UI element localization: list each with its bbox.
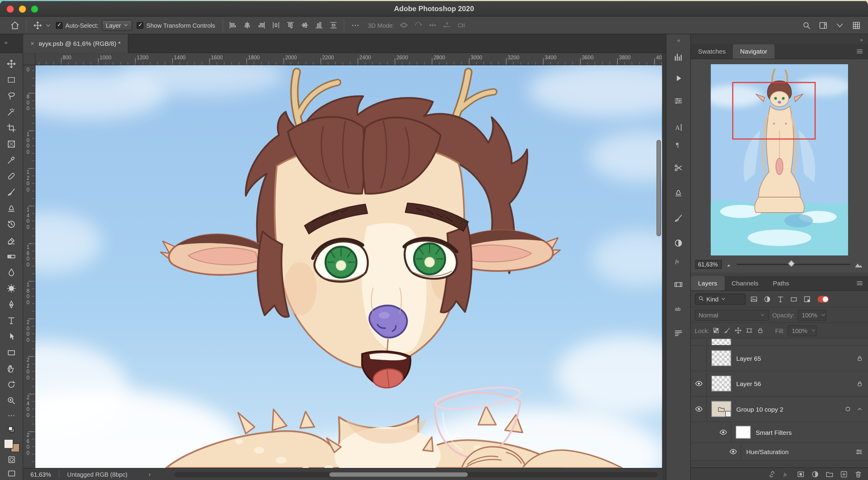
document-tab[interactable]: × вуук.psb @ 61,6% (RGB/8) * <box>23 34 128 53</box>
navigator-zoom-slider[interactable] <box>737 264 850 265</box>
layer-filter-toggle[interactable] <box>818 296 829 302</box>
quick-mask-button[interactable] <box>4 453 19 467</box>
distribute-v-icon[interactable] <box>328 19 340 31</box>
zoom-in-mountain-icon[interactable] <box>854 260 864 269</box>
layer-style-fx-icon[interactable]: fx <box>782 470 790 478</box>
collapse-group-icon[interactable] <box>856 406 863 412</box>
search-icon[interactable] <box>801 19 812 31</box>
layer-name[interactable]: Layer 56 <box>736 380 761 387</box>
layer-styles-fx-panel-icon[interactable]: fx <box>666 256 690 266</box>
align-bottom-icon[interactable] <box>313 19 325 31</box>
opacity-field[interactable]: 100% <box>798 310 827 321</box>
filter-adjustment-icon[interactable] <box>761 293 773 304</box>
document-canvas[interactable] <box>36 65 662 468</box>
default-colors-icon[interactable] <box>4 422 19 436</box>
lock-pixels-icon[interactable] <box>724 327 731 334</box>
layer-name[interactable]: Hue/Saturation <box>746 448 789 455</box>
add-mask-icon[interactable] <box>797 470 805 478</box>
workspace-switcher-icon[interactable] <box>817 19 829 31</box>
blend-mode-dropdown[interactable]: Normal <box>695 310 769 321</box>
3d-roll-icon[interactable] <box>412 19 424 31</box>
layer-visibility-toggle[interactable] <box>691 346 707 371</box>
home-button[interactable] <box>8 19 22 32</box>
more-options-button[interactable] <box>348 19 362 32</box>
paragraph-panel-panel-icon[interactable]: ¶ <box>666 140 690 149</box>
lasso-tool[interactable] <box>4 88 19 104</box>
link-layers-icon[interactable] <box>768 470 776 478</box>
tool-preset-caret-icon[interactable] <box>45 19 52 32</box>
tab-navigator[interactable]: Navigator <box>733 44 775 59</box>
panel-menu-icon[interactable] <box>856 279 864 289</box>
layer-name[interactable]: Smart Filters <box>755 429 792 436</box>
histogram-panel-icon[interactable] <box>666 53 690 62</box>
layer-row[interactable]: Smart Filters <box>691 422 868 443</box>
align-center-h-icon[interactable] <box>241 19 253 31</box>
crop-tool[interactable] <box>4 120 19 136</box>
adjustments-panel-icon[interactable] <box>666 239 690 248</box>
rotate-view-tool[interactable] <box>4 377 19 393</box>
navigator-thumbnail[interactable] <box>710 64 849 256</box>
workspace-grid-icon[interactable] <box>850 19 862 31</box>
brush-settings-panel-icon[interactable] <box>666 213 690 223</box>
eraser-tool[interactable] <box>4 232 19 248</box>
layer-name[interactable]: Layer 65 <box>736 355 761 362</box>
zoom-out-mountain-icon[interactable] <box>726 261 733 268</box>
toolbar-collapse-icon[interactable]: » <box>4 39 7 45</box>
timeline-panel-icon[interactable] <box>666 280 690 289</box>
rectangle-tool[interactable] <box>4 344 19 361</box>
properties-sliders-panel-icon[interactable] <box>666 96 690 106</box>
eyedropper-tool[interactable] <box>4 152 19 168</box>
tab-channels[interactable]: Channels <box>724 276 766 290</box>
auto-select-checkbox[interactable] <box>56 22 63 29</box>
3d-orbit-icon[interactable] <box>398 19 410 31</box>
blur-tool[interactable] <box>4 264 19 280</box>
panels-collapse-icon[interactable]: » <box>860 36 862 42</box>
healing-brush-tool[interactable] <box>4 168 19 184</box>
snapshot-scissors-panel-icon[interactable] <box>666 163 690 173</box>
lock-transparency-icon[interactable] <box>712 327 720 334</box>
align-right-icon[interactable] <box>255 19 268 31</box>
vertical-ruler[interactable]: 08 0 01 0 0 01 2 0 01 4 0 01 6 0 01 8 0 … <box>23 65 35 468</box>
filter-type-icon[interactable] <box>775 293 786 304</box>
tab-swatches[interactable]: Swatches <box>691 44 733 59</box>
tab-paths[interactable]: Paths <box>766 276 796 290</box>
new-adjustment-icon[interactable] <box>811 470 819 478</box>
layer-row[interactable]: Layer 56 <box>691 371 868 396</box>
horizontal-scrollbar-thumb[interactable] <box>330 473 468 477</box>
layer-visibility-toggle[interactable] <box>725 443 741 460</box>
move-tool[interactable] <box>4 56 19 72</box>
align-left-icon[interactable] <box>227 19 239 31</box>
layer-thumbnail[interactable] <box>711 350 731 366</box>
layer-visibility-toggle[interactable] <box>691 397 707 421</box>
brush-tool[interactable] <box>4 184 19 200</box>
canvas-artwork[interactable] <box>36 65 662 468</box>
dock-collapse-icon[interactable]: « <box>666 37 690 43</box>
paragraph-styles-panel-icon[interactable] <box>666 329 690 338</box>
lock-all-icon[interactable] <box>757 327 764 334</box>
layer-visibility-toggle[interactable] <box>691 371 707 396</box>
path-selection-tool[interactable] <box>4 329 19 344</box>
zoom-slider-thumb[interactable] <box>788 260 795 267</box>
lock-artboard-icon[interactable] <box>746 327 753 334</box>
edit-toolbar-button[interactable] <box>4 409 19 422</box>
dodge-tool[interactable] <box>4 280 19 296</box>
adjustment-sliders-icon[interactable] <box>855 448 863 456</box>
minimize-window-button[interactable] <box>19 5 26 13</box>
lock-position-icon[interactable] <box>735 327 742 334</box>
close-window-button[interactable] <box>7 5 14 13</box>
magic-wand-tool[interactable] <box>4 104 19 120</box>
foreground-color-swatch[interactable] <box>4 439 13 448</box>
character-panel-panel-icon[interactable]: A <box>666 123 690 132</box>
panel-menu-icon[interactable] <box>856 47 864 58</box>
type-tool[interactable] <box>4 313 19 329</box>
chevron-down-icon[interactable] <box>834 19 846 31</box>
delete-layer-icon[interactable] <box>854 470 863 478</box>
zoom-tool[interactable] <box>4 393 19 409</box>
layer-name[interactable]: Group 10 copy 2 <box>736 406 783 412</box>
status-expand-icon[interactable]: › <box>149 470 151 478</box>
group-thumbnail[interactable] <box>711 401 731 417</box>
align-top-icon[interactable] <box>284 19 296 31</box>
status-zoom[interactable]: 61,63% <box>30 471 51 478</box>
glyphs-panel-icon[interactable]: ab <box>666 304 690 313</box>
layer-row[interactable]: Hue/Saturation <box>691 443 868 461</box>
